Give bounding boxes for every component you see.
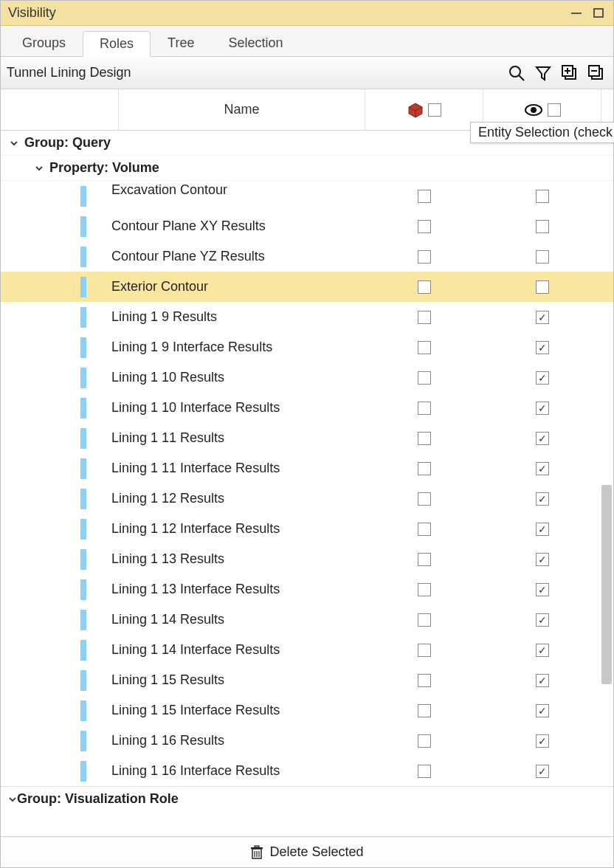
svg-marker-4 [537, 67, 550, 80]
svg-line-3 [519, 75, 524, 80]
list-item[interactable]: Lining 1 15 Interface Results [1, 695, 613, 726]
property-volume[interactable]: Property: Volume [1, 156, 613, 181]
item-name: Lining 1 12 Results [111, 491, 365, 506]
visibility-checkbox[interactable] [536, 432, 549, 445]
col-name-header[interactable]: Name [119, 89, 365, 130]
tab-selection[interactable]: Selection [211, 30, 300, 56]
visibility-checkbox[interactable] [536, 613, 549, 627]
list-item[interactable]: Lining 1 14 Results [1, 604, 613, 635]
expand-all-icon[interactable] [559, 62, 581, 84]
item-color-indicator [80, 579, 86, 600]
visibility-checkbox[interactable] [536, 462, 549, 475]
list-item[interactable]: Lining 1 16 Results [1, 726, 613, 756]
column-header: Name Entity Selection (check [1, 89, 613, 131]
visibility-checkbox[interactable] [536, 280, 549, 294]
delete-selected-button[interactable]: Delete Selected [269, 844, 363, 860]
tab-roles[interactable]: Roles [83, 31, 151, 57]
solid-checkbox[interactable] [418, 311, 431, 324]
minimize-icon[interactable] [570, 8, 584, 18]
visibility-checkbox[interactable] [536, 250, 549, 264]
group-visualization-role[interactable]: Group: Visualization Role [1, 786, 613, 811]
window-title: Visibility [8, 5, 562, 21]
visibility-checkbox[interactable] [536, 734, 549, 748]
list-item[interactable]: Lining 1 16 Interface Results [1, 756, 613, 786]
solid-checkbox[interactable] [418, 432, 431, 445]
solid-checkbox[interactable] [418, 190, 431, 203]
visibility-checkbox[interactable] [536, 704, 549, 717]
list-item[interactable]: Lining 1 13 Results [1, 544, 613, 574]
filter-icon[interactable] [532, 62, 554, 84]
list-item[interactable]: Lining 1 10 Interface Results [1, 393, 613, 423]
item-name: Lining 1 15 Results [111, 672, 365, 688]
visibility-checkbox[interactable] [536, 553, 549, 566]
maximize-icon[interactable] [593, 8, 606, 18]
visibility-checkbox[interactable] [536, 190, 549, 203]
visibility-checkbox[interactable] [536, 220, 549, 233]
list-item[interactable]: Lining 1 11 Results [1, 423, 613, 453]
item-name: Lining 1 9 Results [111, 309, 365, 325]
item-name: Lining 1 13 Results [111, 551, 365, 567]
solid-checkbox[interactable] [418, 674, 431, 687]
visibility-checkbox[interactable] [536, 402, 549, 415]
tab-groups[interactable]: Groups [5, 30, 83, 56]
list-item[interactable]: Excavation Contour [1, 181, 613, 211]
solid-checkbox[interactable] [418, 583, 431, 596]
solid-checkbox[interactable] [418, 492, 431, 506]
visibility-checkbox[interactable] [536, 583, 549, 596]
list-item[interactable]: Lining 1 10 Results [1, 362, 613, 393]
col-solid-checkbox[interactable] [428, 103, 441, 117]
visibility-checkbox[interactable] [536, 765, 549, 778]
visibility-checkbox[interactable] [536, 341, 549, 354]
item-color-indicator [80, 549, 86, 570]
list-item[interactable]: Contour Plane YZ Results [1, 241, 613, 272]
trash-icon [250, 845, 263, 860]
col-visibility-checkbox[interactable] [548, 103, 561, 117]
solid-checkbox[interactable] [418, 402, 431, 415]
solid-checkbox[interactable] [418, 613, 431, 627]
list-item[interactable]: Lining 1 9 Results [1, 302, 613, 332]
visibility-checkbox[interactable] [536, 644, 549, 657]
visibility-checkbox[interactable] [536, 371, 549, 385]
item-name: Lining 1 16 Interface Results [111, 763, 365, 779]
visibility-checkbox[interactable] [536, 492, 549, 506]
solid-checkbox[interactable] [418, 704, 431, 717]
collapse-all-icon[interactable] [585, 62, 607, 84]
list-item[interactable]: Lining 1 9 Interface Results [1, 332, 613, 362]
list-item[interactable]: Lining 1 13 Interface Results [1, 574, 613, 604]
visibility-checkbox[interactable] [536, 674, 549, 687]
list-item[interactable]: Lining 1 12 Interface Results [1, 514, 613, 544]
item-color-indicator [80, 186, 86, 207]
search-icon[interactable] [506, 62, 528, 84]
list-item[interactable]: Lining 1 12 Results [1, 483, 613, 514]
item-color-indicator [80, 398, 86, 418]
svg-point-2 [510, 66, 520, 77]
solid-checkbox[interactable] [418, 250, 431, 264]
list-item[interactable]: Lining 1 14 Interface Results [1, 635, 613, 665]
solid-checkbox[interactable] [418, 280, 431, 294]
list-item[interactable]: Exterior Contour [1, 272, 613, 302]
solid-checkbox[interactable] [418, 220, 431, 233]
item-color-indicator [80, 428, 86, 449]
tab-bar: GroupsRolesTreeSelection [1, 26, 613, 57]
solid-checkbox[interactable] [418, 462, 431, 475]
toolbar: Tunnel Lining Design [1, 57, 613, 89]
visibility-checkbox[interactable] [536, 523, 549, 536]
scrollbar-thumb[interactable] [601, 485, 612, 684]
visibility-checkbox[interactable] [536, 311, 549, 324]
solid-checkbox[interactable] [418, 734, 431, 748]
solid-checkbox[interactable] [418, 523, 431, 536]
solid-checkbox[interactable] [418, 765, 431, 778]
item-color-indicator [80, 458, 86, 479]
list-item[interactable]: Lining 1 11 Interface Results [1, 453, 613, 483]
svg-rect-1 [594, 9, 603, 17]
item-color-indicator [80, 489, 86, 509]
item-name: Lining 1 9 Interface Results [111, 340, 365, 355]
solid-checkbox[interactable] [418, 341, 431, 354]
solid-checkbox[interactable] [418, 644, 431, 657]
tab-tree[interactable]: Tree [151, 30, 211, 56]
list-item[interactable]: Lining 1 15 Results [1, 665, 613, 695]
solid-checkbox[interactable] [418, 553, 431, 566]
col-solid-header[interactable] [365, 89, 483, 130]
list-item[interactable]: Contour Plane XY Results [1, 211, 613, 241]
solid-checkbox[interactable] [418, 371, 431, 385]
